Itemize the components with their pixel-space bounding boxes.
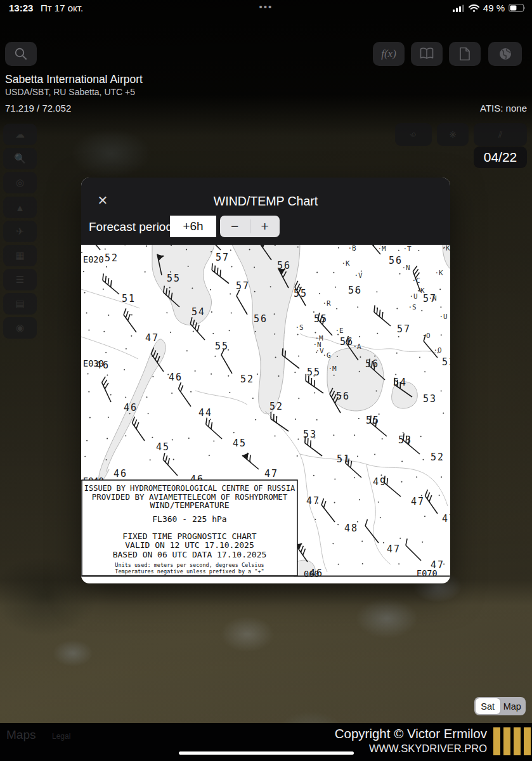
map-segment[interactable]: Map <box>500 698 525 714</box>
station-letter: ·R <box>322 299 331 308</box>
search-button[interactable] <box>5 42 37 66</box>
antenna-icon: ※ <box>449 129 457 140</box>
map-tool-button-1[interactable]: ☁ <box>3 124 37 145</box>
language-button[interactable] <box>488 42 522 66</box>
map-tool-button-3[interactable]: ◎ <box>3 172 37 193</box>
chart-legend-line: Units used: meters per second, degrees C… <box>115 562 264 568</box>
station-letter: ·T <box>403 245 412 253</box>
map-tool-button-6[interactable]: ▦ <box>3 245 37 266</box>
airport-coordinates: 71.219 / 72.052 <box>5 103 71 114</box>
runway-overlay-button[interactable]: ⫽ <box>474 123 527 146</box>
compass-icon: ◎ <box>16 177 24 188</box>
grid-icon: ▦ <box>15 250 24 261</box>
temperature-value: 56 <box>365 358 379 370</box>
station-letter: ·N <box>401 264 410 272</box>
wind-barb <box>100 273 122 294</box>
chart-legend-line: FL360 - 225 hPa <box>152 514 226 524</box>
station-letter: ·G <box>322 351 330 360</box>
stepper-minus-button[interactable]: − <box>220 216 250 237</box>
temperature-value: 56 <box>277 260 291 271</box>
temperature-value: 52 <box>431 452 444 463</box>
temperature-value: 44 <box>198 407 212 419</box>
map-tool-button-2[interactable]: 🔍 <box>3 148 37 169</box>
station-letter: ·E <box>335 327 343 335</box>
documents-button[interactable] <box>449 42 481 66</box>
map-tool-button-8[interactable]: ▤ <box>3 293 37 315</box>
atis-status: ATIS: none <box>480 103 527 114</box>
map-type-toggle: Sat Map <box>474 697 526 715</box>
wind-barb <box>219 349 237 374</box>
station-letter: ·V <box>354 271 363 280</box>
temperature-value: 49 <box>373 476 387 488</box>
temperature-value: 51 <box>337 453 351 465</box>
station-letter: ·S <box>408 303 416 311</box>
temperature-value: 48 <box>344 523 358 534</box>
forecast-period-value[interactable]: +6h <box>170 216 216 237</box>
temperature-value: 47 <box>411 496 425 507</box>
wind-barb <box>209 263 232 283</box>
calculator-button[interactable]: f(x) <box>373 42 405 66</box>
station-letter: ·O <box>422 332 430 340</box>
wind-barb <box>235 290 252 315</box>
station-letter: ·S <box>295 323 303 332</box>
wifi-icon <box>469 4 479 12</box>
wind-barb <box>423 490 442 514</box>
wind-barb <box>160 453 181 476</box>
runway-badge[interactable]: 04/22 <box>474 146 527 168</box>
map-tool-button-4[interactable]: ▲ <box>3 197 37 218</box>
temperature-value: 55 <box>215 341 229 352</box>
temperature-value: 56 <box>336 391 350 402</box>
station-letter: ·M <box>328 365 337 373</box>
terrain-icon: ▲ <box>15 202 25 213</box>
temperature-value: 47 <box>442 513 450 524</box>
temperature-value: 46 <box>114 468 127 479</box>
temperature-value: 52 <box>240 374 254 385</box>
website-text: WWW.SKYDRIVER.PRO <box>369 743 487 755</box>
station-letter: ·M <box>377 245 386 253</box>
legal-link[interactable]: Legal <box>52 732 70 741</box>
temperature-value: 56 <box>389 255 403 266</box>
temperature-value: 46 <box>124 402 138 413</box>
wind-overlay-button[interactable]: ꩜ <box>395 123 432 146</box>
temperature-value: 56 <box>254 313 268 325</box>
wind-temp-chart[interactable]: 5255575154575647554646524644454546464756… <box>81 245 450 577</box>
wind-barb <box>84 245 105 250</box>
station-letter: ·K <box>341 259 350 268</box>
temperature-value: 47 <box>145 332 159 344</box>
chart-legend-line: BASED ON 06 UTC DATA 17.10.2025 <box>113 550 267 559</box>
temperature-value: 57 <box>236 280 250 292</box>
list-icon: ☰ <box>16 274 24 285</box>
wind-barb <box>319 498 339 522</box>
wind-barb <box>242 450 263 469</box>
station-letter: ·K <box>441 245 450 252</box>
weather-layer-icon: ☁ <box>15 129 25 140</box>
station-letter: ·B <box>347 245 356 252</box>
battery-percent: 49 % <box>483 3 505 13</box>
stepper-plus-button[interactable]: + <box>250 216 280 237</box>
handbook-button[interactable] <box>411 42 443 66</box>
wind-barb <box>130 417 149 441</box>
map-tool-button-7[interactable]: ☰ <box>3 269 37 290</box>
skydriver-logo <box>493 727 531 755</box>
station-letter: ·K <box>434 269 443 277</box>
forecast-period-label: Forecast period: <box>89 220 176 234</box>
home-indicator[interactable] <box>179 751 354 755</box>
wind-barb <box>121 308 141 332</box>
temperature-value: 52 <box>442 356 450 368</box>
temperature-value: 55 <box>294 288 308 299</box>
temperature-value: 46 <box>169 372 183 383</box>
temperature-value: 53 <box>303 429 317 440</box>
map-tool-button-5[interactable]: ✈ <box>3 221 37 242</box>
chart-search-icon: 🔍 <box>14 153 26 164</box>
wind-barb <box>100 377 116 402</box>
frequency-overlay-button[interactable]: ※ <box>437 123 469 146</box>
chart-legend-line: WIND/TEMPERATURE <box>150 500 229 510</box>
status-bar: 13:23 Пт 17 окт. ••• 49 % <box>0 0 532 16</box>
document-icon <box>459 47 470 61</box>
wind-barb <box>176 382 195 407</box>
chart-legend-line: FIXED TIME PROGNOSTIC CHART <box>122 531 256 541</box>
map-tool-button-9[interactable]: ◉ <box>3 317 37 339</box>
fx-icon: f(x) <box>381 48 396 60</box>
temperature-value: 52 <box>105 252 119 264</box>
sat-segment[interactable]: Sat <box>476 698 500 714</box>
